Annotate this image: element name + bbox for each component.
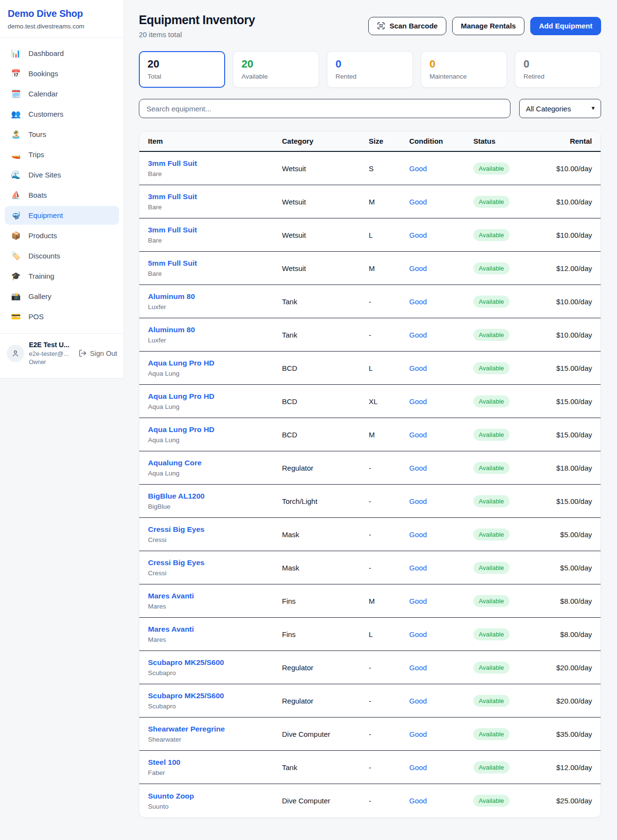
item-condition-link[interactable]: Good — [409, 564, 473, 572]
item-name-link[interactable]: Aqua Lung Pro HD — [148, 425, 282, 434]
item-condition-link[interactable]: Good — [409, 763, 473, 772]
item-condition-link[interactable]: Good — [409, 464, 473, 472]
manage-rentals-button[interactable]: Manage Rentals — [452, 17, 524, 35]
sign-out-button[interactable]: Sign Out — [79, 349, 117, 357]
item-condition-link[interactable]: Good — [409, 198, 473, 206]
item-name-link[interactable]: 3mm Full Suit — [148, 226, 282, 234]
sign-out-label: Sign Out — [90, 350, 117, 357]
item-name-link[interactable]: Scubapro MK25/S600 — [148, 691, 282, 700]
item-condition-link[interactable]: Good — [409, 797, 473, 805]
item-name-link[interactable]: Scubapro MK25/S600 — [148, 658, 282, 667]
sidebar-item-products[interactable]: 📦 Products — [5, 226, 119, 245]
category-select[interactable]: All Categories — [519, 99, 601, 118]
item-condition-link[interactable]: Good — [409, 397, 473, 406]
page-title-block: Equipment Inventory 20 items total — [139, 13, 255, 39]
item-name-link[interactable]: Mares Avanti — [148, 592, 282, 600]
status-badge: Available — [473, 795, 510, 807]
sidebar-item-gallery[interactable]: 📸 Gallery — [5, 287, 119, 306]
item-condition-link[interactable]: Good — [409, 597, 473, 605]
item-name-link[interactable]: 5mm Full Suit — [148, 259, 282, 268]
item-name-link[interactable]: 3mm Full Suit — [148, 159, 282, 168]
scan-barcode-button[interactable]: Scan Barcode — [368, 17, 446, 35]
item-condition-link[interactable]: Good — [409, 331, 473, 339]
item-condition-link[interactable]: Good — [409, 431, 473, 439]
item-name-link[interactable]: Aluminum 80 — [148, 292, 282, 301]
speedboat-icon: 🚤 — [11, 150, 21, 159]
sidebar-item-dive-sites[interactable]: 🌊 Dive Sites — [5, 165, 119, 184]
column-header-item: Item — [148, 137, 282, 145]
item-name-link[interactable]: Aluminum 80 — [148, 325, 282, 334]
sidebar-item-label: Gallery — [28, 292, 52, 300]
status-badge: Available — [473, 761, 510, 773]
sidebar-item-calendar[interactable]: 🗓️ Calendar — [5, 84, 119, 103]
sidebar-item-discounts[interactable]: 🏷️ Discounts — [5, 246, 119, 265]
shop-name: Demo Dive Shop — [8, 8, 116, 19]
item-category: Mask — [282, 564, 369, 572]
sidebar-item-training[interactable]: 🎓 Training — [5, 267, 119, 285]
status-badge: Available — [473, 595, 510, 607]
sidebar-item-tours[interactable]: 🏝️ Tours — [5, 125, 119, 144]
item-brand: Faber — [148, 769, 282, 776]
item-name-link[interactable]: BigBlue AL1200 — [148, 492, 282, 501]
item-name-link[interactable]: Shearwater Peregrine — [148, 725, 282, 733]
stat-card-total[interactable]: 20 Total — [139, 51, 225, 88]
sidebar-item-label: Customers — [28, 110, 64, 118]
item-brand: Aqua Lung — [148, 370, 282, 377]
item-brand: Mares — [148, 636, 282, 643]
stat-card-rented[interactable]: 0 Rented — [327, 51, 413, 88]
sidebar-item-bookings[interactable]: 📅 Bookings — [5, 64, 119, 83]
item-name-link[interactable]: Suunto Zoop — [148, 792, 282, 800]
item-name-link[interactable]: Mares Avanti — [148, 625, 282, 634]
item-name-link[interactable]: Steel 100 — [148, 758, 282, 767]
sidebar-item-label: Products — [28, 231, 57, 240]
item-name-link[interactable]: Cressi Big Eyes — [148, 558, 282, 567]
item-condition-link[interactable]: Good — [409, 364, 473, 372]
item-brand: Aqua Lung — [148, 470, 282, 477]
sidebar-item-equipment[interactable]: 🤿 Equipment — [5, 206, 119, 225]
sidebar-item-label: Training — [28, 272, 54, 280]
item-rental-rate: $12.00/day — [556, 264, 592, 272]
item-condition-link[interactable]: Good — [409, 164, 473, 173]
item-category: Tank — [282, 331, 369, 339]
stat-card-retired[interactable]: 0 Retired — [515, 51, 601, 88]
item-rental-rate: $5.00/day — [556, 530, 592, 539]
item-brand: Shearwater — [148, 736, 282, 743]
status-badge: Available — [473, 662, 510, 674]
sidebar-item-label: Boats — [28, 191, 47, 199]
sidebar-item-boats[interactable]: ⛵ Boats — [5, 186, 119, 204]
stat-card-maintenance[interactable]: 0 Maintenance — [421, 51, 507, 88]
manage-rentals-label: Manage Rentals — [461, 22, 516, 30]
item-category: Dive Computer — [282, 730, 369, 738]
sidebar-item-pos[interactable]: 💳 POS — [5, 307, 119, 326]
item-category: BCD — [282, 364, 369, 372]
item-name-link[interactable]: 3mm Full Suit — [148, 192, 282, 201]
sidebar-nav: 📊 Dashboard 📅 Bookings 🗓️ Calendar 👥 Cus… — [0, 38, 124, 330]
search-input[interactable] — [139, 99, 510, 118]
item-condition-link[interactable]: Good — [409, 730, 473, 738]
sidebar-item-customers[interactable]: 👥 Customers — [5, 105, 119, 123]
item-condition-link[interactable]: Good — [409, 497, 473, 505]
table-row: Scubapro MK25/S600 Scubapro Regulator - … — [139, 651, 601, 684]
stat-card-available[interactable]: 20 Available — [233, 51, 319, 88]
column-header-status: Status — [473, 137, 556, 145]
sidebar-item-dashboard[interactable]: 📊 Dashboard — [5, 44, 119, 63]
item-name-link[interactable]: Cressi Big Eyes — [148, 525, 282, 534]
item-name-link[interactable]: Aqua Lung Pro HD — [148, 359, 282, 367]
item-condition-link[interactable]: Good — [409, 664, 473, 672]
status-badge: Available — [473, 562, 510, 574]
calendar-date-icon: 📅 — [11, 69, 21, 78]
item-name-link[interactable]: Aqua Lung Pro HD — [148, 392, 282, 401]
item-brand: Luxfer — [148, 337, 282, 344]
item-condition-link[interactable]: Good — [409, 697, 473, 705]
add-equipment-button[interactable]: Add Equipment — [530, 17, 601, 35]
stat-label: Rented — [335, 73, 404, 80]
item-condition-link[interactable]: Good — [409, 298, 473, 306]
brand-block: Demo Dive Shop demo.test.divestreams.com — [0, 0, 124, 38]
table-row: Aluminum 80 Luxfer Tank - Good Available… — [139, 285, 601, 318]
item-condition-link[interactable]: Good — [409, 264, 473, 272]
item-condition-link[interactable]: Good — [409, 231, 473, 239]
item-condition-link[interactable]: Good — [409, 630, 473, 638]
item-name-link[interactable]: Aqualung Core — [148, 459, 282, 467]
sidebar-item-trips[interactable]: 🚤 Trips — [5, 145, 119, 164]
item-condition-link[interactable]: Good — [409, 530, 473, 539]
